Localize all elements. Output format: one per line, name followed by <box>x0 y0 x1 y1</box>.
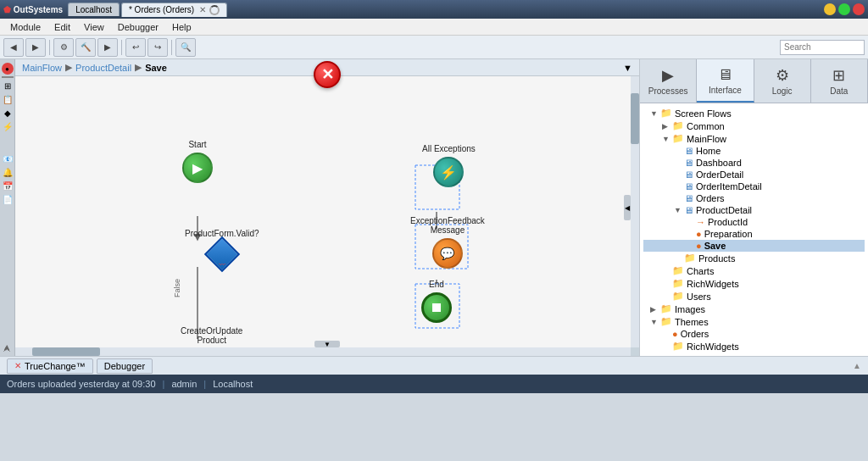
node-exception-feedback[interactable]: ExceptionFeedbackMessage 💬 <box>410 216 485 269</box>
tree-item-screen-flows[interactable]: ▼ 📁 Screen Flows <box>643 107 865 119</box>
tab-debugger[interactable]: Debugger <box>97 358 153 374</box>
tree-item-mainflow[interactable]: ▼ 📁 MainFlow <box>643 132 865 145</box>
forward-button[interactable]: ▶ <box>25 38 46 57</box>
tab-logic-label: Logic <box>772 86 793 96</box>
start-node-icon: ▶ <box>182 153 213 183</box>
error-close-button[interactable]: ✕ <box>314 61 341 88</box>
tab-data[interactable]: ⊞ Data <box>811 59 868 103</box>
sidebar-btn-7[interactable]: 📧 <box>2 153 14 164</box>
tree-icon-common: 📁 <box>672 120 684 131</box>
menu-edit[interactable]: Edit <box>47 20 77 34</box>
build-button[interactable]: 🔨 <box>75 38 96 57</box>
panel-resize-handle[interactable]: ▲ <box>853 361 861 370</box>
tab-orders[interactable]: * Orders (Orders) ✕ <box>121 3 227 17</box>
search-input[interactable] <box>780 40 865 55</box>
sidebar-btn-3[interactable]: ⊞ <box>2 80 14 92</box>
tab-localhost[interactable]: Localhost <box>68 3 120 16</box>
back-button[interactable]: ◀ <box>3 38 24 57</box>
tree-item-images[interactable]: ▶ 📁 Images <box>643 303 865 315</box>
sidebar-btn-6[interactable]: ⚡ <box>2 120 14 132</box>
node-end[interactable]: End ⏹ <box>421 280 452 323</box>
error-icon[interactable]: ✕ <box>314 61 341 88</box>
bottom-bar: ✕ TrueChange™ Debugger ▲ <box>0 356 868 375</box>
sidebar-btn-4[interactable]: 📋 <box>2 93 14 105</box>
tree-item-preparation[interactable]: ● Preparation <box>643 228 865 240</box>
tree-label-orderitemdetail: OrderItemDetail <box>696 181 762 192</box>
minimize-button[interactable] <box>824 3 836 15</box>
tree-item-orderdetail[interactable]: 🖥 OrderDetail <box>643 169 865 181</box>
tree-panel: ▼ 📁 Screen Flows ▶ 📁 Common ▼ 📁 MainFlow… <box>640 103 868 356</box>
undo-button[interactable]: ↩ <box>125 38 146 57</box>
breadcrumb-part-3: Save <box>145 63 167 73</box>
tree-expand-images[interactable]: ▶ <box>650 305 660 314</box>
menu-module[interactable]: Module <box>3 20 47 34</box>
canvas-scrollbar-vertical[interactable] <box>631 76 639 356</box>
tab-interface[interactable]: 🖥 Interface <box>697 59 754 103</box>
tree-item-orders-theme[interactable]: ● Orders <box>643 328 865 340</box>
tab-logic[interactable]: ⚙ Logic <box>754 59 811 103</box>
tree-expand-productdetail[interactable]: ▼ <box>674 206 684 214</box>
close-button[interactable] <box>853 3 865 15</box>
tree-label-save: Save <box>704 241 726 251</box>
tree-item-home[interactable]: 🖥 Home <box>643 145 865 157</box>
node-start[interactable]: Start ▶ <box>182 140 213 183</box>
menu-debugger[interactable]: Debugger <box>111 20 165 34</box>
tree-icon-orders-item: 🖥 <box>684 193 693 203</box>
tree-item-products[interactable]: 📁 Products <box>643 252 865 264</box>
tree-label-products: Products <box>698 253 735 264</box>
search-button[interactable]: 🔍 <box>175 38 196 57</box>
false-label: False <box>173 279 181 297</box>
sidebar-btn-5[interactable]: ◆ <box>2 107 14 119</box>
sidebar-btn-10[interactable]: 📄 <box>2 193 14 205</box>
canvas-area[interactable]: ✕ MainFlow ▶ ProductDetail ▶ Save ▼ <box>15 59 639 356</box>
tree-item-richwidgets[interactable]: 📁 RichWidgets <box>643 277 865 290</box>
panel-expand-handle[interactable]: ▼ <box>314 341 340 347</box>
redo-button[interactable]: ↪ <box>147 38 168 57</box>
error-icon: ✕ <box>14 361 21 370</box>
close-icon[interactable]: ✕ <box>199 5 206 14</box>
node-form-valid[interactable]: ProductForm.Valid? 〰 <box>185 229 259 267</box>
sidebar-collapse[interactable]: ⮝ <box>3 344 11 353</box>
tree-item-orders-item[interactable]: 🖥 Orders <box>643 192 865 204</box>
tree-expand-themes[interactable]: ▼ <box>650 318 660 326</box>
tree-item-charts[interactable]: 📁 Charts <box>643 264 865 277</box>
breadcrumb-part-1[interactable]: MainFlow <box>22 63 62 73</box>
tree-item-common[interactable]: ▶ 📁 Common <box>643 119 865 132</box>
canvas-scrollbar-horizontal[interactable] <box>15 347 631 356</box>
tree-label-images: Images <box>675 304 705 314</box>
right-tab-bar: ▶ Processes 🖥 Interface ⚙ Logic ⊞ Data <box>640 59 868 103</box>
tree-expand-common[interactable]: ▶ <box>662 122 672 131</box>
run-button[interactable]: ▶ <box>97 38 118 57</box>
end-node-icon: ⏹ <box>421 292 452 323</box>
tree-label-common: Common <box>687 121 725 131</box>
tree-expand-screen-flows[interactable]: ▼ <box>650 109 660 118</box>
tree-item-save[interactable]: ● Save <box>643 240 865 252</box>
logic-icon: ⚙ <box>776 66 789 85</box>
settings-button[interactable]: ⚙ <box>53 38 74 57</box>
tree-item-productdetail[interactable]: ▼ 🖥 ProductDetail <box>643 204 865 216</box>
breadcrumb-part-2[interactable]: ProductDetail <box>75 63 131 73</box>
breadcrumb-toggle[interactable]: ▼ <box>623 63 632 73</box>
menu-view[interactable]: View <box>77 20 111 34</box>
tab-truechange[interactable]: ✕ TrueChange™ <box>7 358 93 374</box>
tree-item-users[interactable]: 📁 Users <box>643 290 865 303</box>
flow-connectors <box>15 59 639 356</box>
sidebar-btn-1[interactable]: ● <box>2 63 14 75</box>
sidebar-btn-8[interactable]: 🔔 <box>2 166 14 178</box>
tree-item-dashboard[interactable]: 🖥 Dashboard <box>643 157 865 169</box>
sidebar-btn-9[interactable]: 📅 <box>2 180 14 192</box>
right-panel: ▶ Processes 🖥 Interface ⚙ Logic ⊞ Data ▼… <box>639 59 868 356</box>
tree-item-themes[interactable]: ▼ 📁 Themes <box>643 315 865 328</box>
tab-processes[interactable]: ▶ Processes <box>640 59 697 103</box>
tree-item-richwidgets2[interactable]: 📁 RichWidgets <box>643 340 865 353</box>
maximize-button[interactable] <box>838 3 850 15</box>
tree-item-orderitemdetail[interactable]: 🖥 OrderItemDetail <box>643 181 865 192</box>
panel-collapse-handle[interactable]: ◀ <box>624 195 631 220</box>
node-all-exceptions[interactable]: All Exceptions ⚡ <box>422 144 476 187</box>
sidebar-btn-2[interactable] <box>2 76 14 78</box>
menu-help[interactable]: Help <box>165 20 198 34</box>
toolbar: ◀ ▶ ⚙ 🔨 ▶ ↩ ↪ 🔍 <box>0 36 868 59</box>
content-area: ● ⊞ 📋 ◆ ⚡ 📧 🔔 📅 📄 ⮝ ✕ MainFlow ▶ Product… <box>0 59 868 356</box>
tree-item-productid[interactable]: → ProductId <box>643 216 865 228</box>
tree-expand-mainflow[interactable]: ▼ <box>662 135 672 143</box>
